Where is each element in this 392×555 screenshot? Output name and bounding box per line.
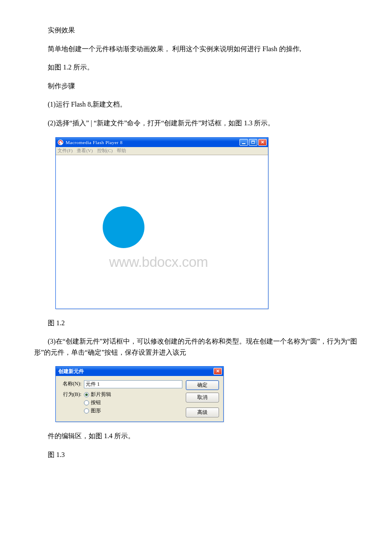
radio-movieclip[interactable]: 影片剪辑 (84, 391, 111, 398)
radio-icon (84, 400, 89, 405)
radio-graphic-label: 图形 (91, 407, 101, 414)
flash-player-menubar: 文件(F) 查看(V) 控制(C) 帮助 (56, 147, 268, 155)
flash-player-icon (58, 139, 63, 145)
menu-help[interactable]: 帮助 (117, 147, 126, 154)
figure-1-3: 创建新元件 ✕ 名称(N): 行为(B): 影片剪辑 (55, 366, 392, 422)
minimize-button[interactable] (239, 139, 248, 146)
radio-icon (84, 392, 89, 397)
radio-graphic[interactable]: 图形 (84, 407, 111, 414)
close-button[interactable]: ✕ (258, 139, 267, 146)
watermark-text: www.bdocx.com (109, 254, 208, 270)
maximize-button[interactable] (249, 139, 257, 146)
dialog-button-column: 确定 取消 高级 (186, 380, 219, 417)
radio-button[interactable]: 按钮 (84, 399, 111, 406)
dialog-title: 创建新元件 (58, 368, 213, 375)
radio-button-label: 按钮 (91, 399, 101, 406)
para-fig12-ref: 如图 1.2 所示。 (34, 62, 358, 73)
dialog-close-button[interactable]: ✕ (213, 368, 222, 375)
radio-icon (84, 408, 89, 413)
para-step3: (3)在“创建新元件”对话框中，可以修改创建的元件的名称和类型。现在创建一个名称… (34, 336, 358, 358)
new-symbol-dialog: 创建新元件 ✕ 名称(N): 行为(B): 影片剪辑 (55, 366, 224, 422)
para-step3-cont: 件的编辑区，如图 1.4 所示。 (34, 431, 358, 442)
dialog-body: 名称(N): 行为(B): 影片剪辑 按钮 (56, 376, 223, 422)
name-input[interactable] (84, 380, 182, 388)
menu-control[interactable]: 控制(C) (97, 147, 113, 154)
flash-player-titlebar: Macromedia Flash Player 8 ✕ (56, 138, 268, 147)
figure-1-2-caption: 图 1.2 (34, 318, 358, 329)
flash-player-stage: www.bdocx.com (56, 155, 268, 309)
flash-player-title: Macromedia Flash Player 8 (66, 140, 239, 145)
cancel-button[interactable]: 取消 (186, 393, 219, 402)
flash-player-window: Macromedia Flash Player 8 ✕ 文件(F) 查看(V) … (55, 137, 268, 309)
menu-view[interactable]: 查看(V) (77, 147, 92, 154)
menu-file[interactable]: 文件(F) (58, 147, 72, 154)
para-step2: (2)选择“插入” | “新建文件”命令，打开“创建新元件”对话框，如图 1.3… (34, 118, 358, 129)
dialog-left-panel: 名称(N): 行为(B): 影片剪辑 按钮 (60, 380, 182, 417)
para-step1: (1)运行 Flash 8,新建文档。 (34, 99, 358, 110)
para-intro-text: 简单地创建一个元件移动渐变动画效果， 利用这个实例来说明如何进行 Flash 的… (48, 45, 301, 52)
figure-1-3-caption: 图 1.3 (34, 449, 358, 460)
behavior-label: 行为(B): (60, 391, 84, 398)
radio-movieclip-label: 影片剪辑 (91, 391, 111, 398)
behavior-radios: 影片剪辑 按钮 图形 (84, 391, 111, 414)
circle-shape (103, 206, 144, 248)
advanced-button[interactable]: 高级 (186, 408, 219, 417)
para-steps-heading: 制作步骤 (34, 81, 358, 92)
dialog-titlebar: 创建新元件 ✕ (56, 367, 223, 376)
para-intro: 简单地创建一个元件移动渐变动画效果， 利用这个实例来说明如何进行 Flash 的… (34, 43, 358, 55)
name-label: 名称(N): (60, 380, 84, 387)
para-example-heading: 实例效果 (34, 25, 358, 36)
ok-button[interactable]: 确定 (186, 380, 219, 390)
figure-1-2: Macromedia Flash Player 8 ✕ 文件(F) 查看(V) … (55, 137, 392, 309)
